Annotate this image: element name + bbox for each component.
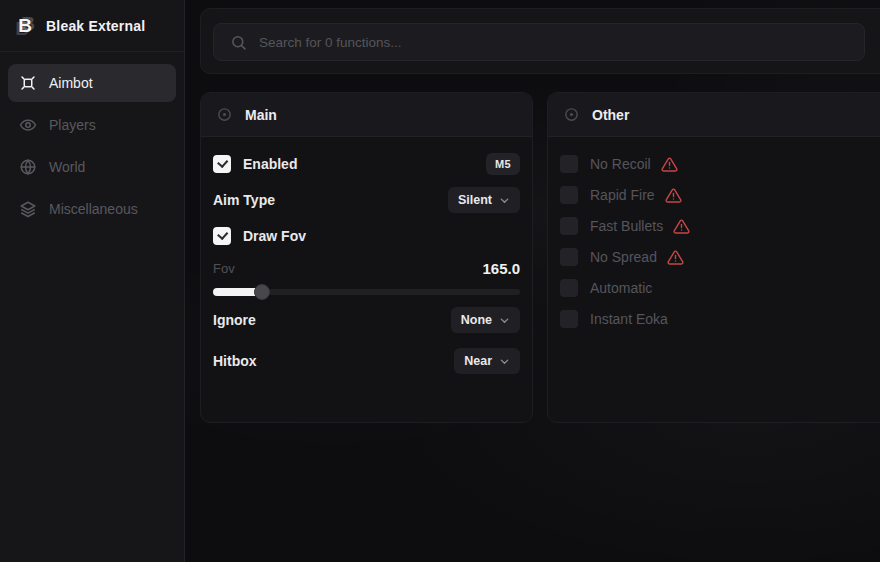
- warning-triangle-icon: [665, 187, 682, 204]
- fov-value: 165.0: [482, 260, 520, 277]
- sidebar-nav: Aimbot Players World: [0, 52, 184, 240]
- globe-icon: [19, 158, 37, 176]
- sidebar-header: B Bleak External: [0, 0, 184, 52]
- fast-bullets-label: Fast Bullets: [590, 218, 663, 234]
- fov-slider-thumb[interactable]: [254, 284, 270, 300]
- app-logo-icon: B: [14, 15, 36, 37]
- toggle-row-no-spread: No Spread: [560, 245, 877, 269]
- hitbox-label: Hitbox: [213, 353, 257, 369]
- sidebar-item-aimbot[interactable]: Aimbot: [8, 64, 176, 102]
- rapid-fire-label: Rapid Fire: [590, 187, 655, 203]
- panel-title: Other: [592, 107, 629, 123]
- automatic-label: Automatic: [590, 280, 652, 296]
- enabled-row: Enabled M5: [213, 152, 520, 176]
- draw-fov-checkbox[interactable]: [213, 227, 231, 245]
- sidebar-item-label: Players: [49, 117, 96, 133]
- toggle-row-automatic: Automatic: [560, 276, 877, 300]
- aim-type-label: Aim Type: [213, 192, 275, 208]
- enabled-checkbox[interactable]: [213, 155, 231, 173]
- sidebar-item-miscellaneous[interactable]: Miscellaneous: [8, 190, 176, 228]
- instant-eoka-label: Instant Eoka: [590, 311, 668, 327]
- warning-triangle-icon: [661, 156, 678, 173]
- other-panel-header: Other: [548, 93, 880, 137]
- aim-icon: [19, 74, 37, 92]
- no-spread-label: No Spread: [590, 249, 657, 265]
- sidebar-item-label: Aimbot: [49, 75, 93, 91]
- toggle-row-no-recoil: No Recoil: [560, 152, 877, 176]
- no-spread-checkbox[interactable]: [560, 248, 578, 266]
- fov-slider-row: [213, 284, 520, 300]
- search-box[interactable]: [213, 23, 865, 61]
- automatic-checkbox[interactable]: [560, 279, 578, 297]
- layers-icon: [19, 200, 37, 218]
- other-panel: Other No Recoil Rapid Fire: [547, 92, 880, 423]
- no-recoil-label: No Recoil: [590, 156, 651, 172]
- gear-icon: [563, 106, 580, 123]
- rapid-fire-checkbox[interactable]: [560, 186, 578, 204]
- chevron-down-icon: [499, 356, 510, 367]
- main-panel-header: Main: [201, 93, 532, 137]
- chevron-down-icon: [499, 195, 510, 206]
- fov-row: Fov 165.0: [213, 259, 520, 277]
- no-recoil-checkbox[interactable]: [560, 155, 578, 173]
- search-icon: [230, 34, 247, 51]
- toggle-row-instant-eoka: Instant Eoka: [560, 307, 877, 331]
- ignore-label: Ignore: [213, 312, 256, 328]
- search-input[interactable]: [259, 35, 848, 50]
- hitbox-dropdown[interactable]: Near: [454, 348, 520, 374]
- sidebar-item-label: Miscellaneous: [49, 201, 138, 217]
- warning-triangle-icon: [673, 218, 690, 235]
- sidebar: B Bleak External Aimbot Players: [0, 0, 185, 562]
- draw-fov-row: Draw Fov: [213, 224, 520, 248]
- keybind-badge[interactable]: M5: [486, 153, 520, 175]
- main-panel: Main Enabled M5 Aim Type Silent Draw Fov…: [200, 92, 533, 423]
- draw-fov-label: Draw Fov: [243, 228, 306, 244]
- search-panel: [200, 8, 880, 74]
- warning-triangle-icon: [667, 249, 684, 266]
- toggle-row-fast-bullets: Fast Bullets: [560, 214, 877, 238]
- aim-type-dropdown[interactable]: Silent: [448, 187, 520, 213]
- enabled-label: Enabled: [243, 156, 297, 172]
- sidebar-item-players[interactable]: Players: [8, 106, 176, 144]
- instant-eoka-checkbox[interactable]: [560, 310, 578, 328]
- sidebar-item-label: World: [49, 159, 85, 175]
- sidebar-item-world[interactable]: World: [8, 148, 176, 186]
- ignore-row: Ignore None: [213, 307, 520, 333]
- fast-bullets-checkbox[interactable]: [560, 217, 578, 235]
- app-title: Bleak External: [46, 18, 145, 34]
- ignore-dropdown[interactable]: None: [451, 307, 520, 333]
- fov-label: Fov: [213, 261, 235, 276]
- aim-type-value: Silent: [458, 193, 492, 207]
- toggle-row-rapid-fire: Rapid Fire: [560, 183, 877, 207]
- hitbox-row: Hitbox Near: [213, 348, 520, 374]
- eye-icon: [19, 116, 37, 134]
- panel-title: Main: [245, 107, 277, 123]
- gear-icon: [216, 106, 233, 123]
- ignore-value: None: [461, 313, 492, 327]
- aim-type-row: Aim Type Silent: [213, 187, 520, 213]
- chevron-down-icon: [499, 315, 510, 326]
- hitbox-value: Near: [464, 354, 492, 368]
